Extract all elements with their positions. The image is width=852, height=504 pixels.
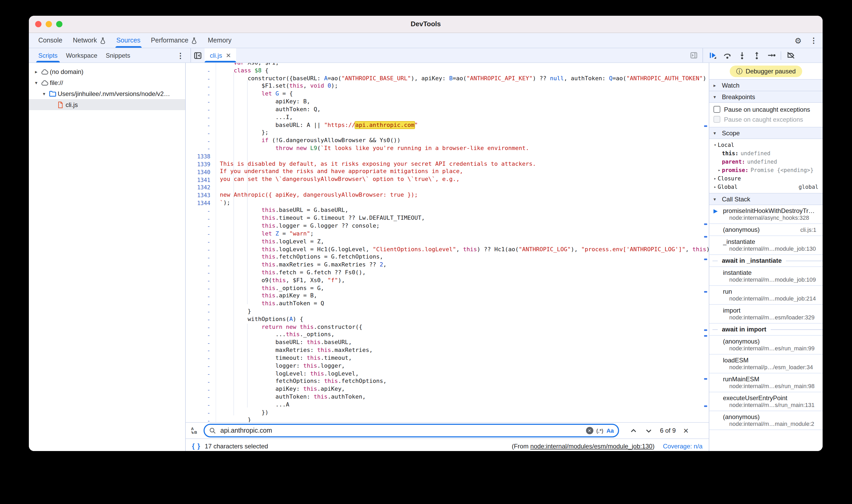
gutter-line-number[interactable]: - (186, 113, 216, 121)
gutter-line-number[interactable]: - (186, 129, 216, 137)
navigator-tab-snippets[interactable]: Snippets (102, 48, 134, 62)
gutter-line-number[interactable]: 1339 (186, 160, 216, 168)
code-line[interactable]: 1339This is disabled by default, as it r… (186, 160, 709, 168)
gutter-line-number[interactable]: - (186, 145, 216, 152)
code-line[interactable]: - baseURL: A || "https://api.anthropic.c… (186, 121, 709, 129)
resume-script-button[interactable] (706, 50, 719, 61)
code-line[interactable]: - authToken: this.authToken, (186, 393, 709, 401)
coverage-link[interactable]: Coverage: n/a (663, 443, 703, 450)
code-line[interactable]: - apiKey: B, (186, 98, 709, 106)
gutter-line-number[interactable]: - (186, 339, 216, 347)
gutter-line-number[interactable]: 1344 (186, 199, 216, 207)
code-line[interactable]: - this.maxRetries = G.maxRetries ?? 2, (186, 261, 709, 269)
code-line[interactable]: - $F1.set(this, void 0); (186, 83, 709, 90)
gutter-line-number[interactable]: - (186, 331, 216, 339)
code-line[interactable]: - authToken: Q, (186, 106, 709, 114)
search-input[interactable] (219, 426, 583, 435)
step-out-button[interactable] (750, 50, 763, 61)
gutter-line-number[interactable]: - (186, 83, 216, 90)
clear-search-icon[interactable]: ✕ (586, 427, 593, 434)
code-line[interactable]: - this.apiKey = B, (186, 292, 709, 300)
hide-navigator-icon[interactable] (191, 48, 205, 62)
scope-local[interactable]: ▾Local (709, 141, 823, 149)
gutter-line-number[interactable]: - (186, 417, 216, 422)
code-line[interactable]: - this.fetch = G.fetch ?? Fs0(), (186, 269, 709, 277)
gutter-line-number[interactable]: - (186, 67, 216, 75)
main-tab-sources[interactable]: Sources (111, 33, 146, 48)
gutter-line-number[interactable]: - (186, 370, 216, 378)
gutter-line-number[interactable]: - (186, 222, 216, 230)
gutter-line-number[interactable]: - (186, 121, 216, 129)
regex-toggle[interactable]: (.*) (596, 428, 603, 433)
section-call-stack[interactable]: ▾ Call Stack (709, 194, 823, 205)
code-line[interactable]: - ...this._options, (186, 331, 709, 339)
code-line[interactable]: - maxRetries: this.maxRetries, (186, 347, 709, 355)
gutter-line-number[interactable]: - (186, 355, 216, 362)
code-line[interactable]: - this.authToken = Q (186, 300, 709, 308)
search-match-marker[interactable] (704, 125, 707, 127)
code-line[interactable]: - return new this.constructor({ (186, 323, 709, 331)
section-scope[interactable]: ▾ Scope (709, 127, 823, 139)
gutter-line-number[interactable]: - (186, 261, 216, 269)
search-match-marker[interactable] (704, 258, 707, 260)
call-stack-frame[interactable]: (anonymous)node:internal/m…es/run_main:9… (709, 336, 823, 355)
gutter-line-number[interactable]: - (186, 308, 216, 316)
code-line[interactable]: - this._options = G, (186, 285, 709, 292)
chevron-right-icon[interactable]: ▸ (717, 167, 722, 172)
code-line[interactable]: - apiKey: this.apiKey, (186, 385, 709, 393)
code-line[interactable]: var Xs0, $F1; (186, 63, 709, 67)
next-match-icon[interactable] (645, 427, 653, 434)
gutter-line-number[interactable]: - (186, 378, 216, 386)
search-match-marker[interactable] (704, 223, 707, 225)
code-line[interactable]: - if (!G.dangerouslyAllowBrowser && Ys0(… (186, 137, 709, 145)
code-line[interactable]: - let G = { (186, 90, 709, 98)
settings-gear-icon[interactable]: ⚙ (795, 36, 802, 44)
gutter-line-number[interactable]: - (186, 207, 216, 215)
search-match-marker[interactable] (704, 291, 707, 292)
code-line[interactable]: - this.timeout = G.timeout ?? Lw.DEFAULT… (186, 215, 709, 223)
gutter-line-number[interactable]: - (186, 393, 216, 401)
gutter-line-number[interactable]: - (186, 401, 216, 409)
code-line[interactable]: - constructor({baseURL: A=ao("ANTHROPIC_… (186, 75, 709, 83)
gutter-line-number[interactable]: - (186, 316, 216, 324)
navigator-tab-workspace[interactable]: Workspace (61, 48, 102, 62)
call-stack-frame[interactable]: (anonymous)cli.js:1 (709, 224, 823, 236)
gutter-line-number[interactable]: - (186, 409, 216, 417)
tree-disclosure-icon[interactable]: ▸ (33, 69, 39, 74)
gutter-line-number[interactable]: 1343 (186, 192, 216, 199)
code-line[interactable]: 1344`); (186, 199, 709, 207)
tree-item-users-jinhuilee-nvm-versions-node-v2-[interactable]: ▾Users/jinhuilee/.nvm/versions/node/v2… (29, 88, 185, 99)
code-line[interactable]: 1338 (186, 152, 709, 161)
step-button[interactable] (765, 50, 778, 61)
tree-disclosure-icon[interactable]: ▾ (33, 80, 39, 85)
scope-closure[interactable]: ▸Closure (709, 174, 823, 182)
call-stack-frame[interactable]: _instantiatenode:internal/m…module_job:1… (709, 236, 823, 255)
code-line[interactable]: - class $8 { (186, 67, 709, 75)
call-stack-frame[interactable]: runnode:internal/m…module_job:214 (709, 286, 823, 305)
call-stack-frame[interactable]: importnode:internal/m…esm/loader:329 (709, 305, 823, 324)
code-line[interactable]: - this.logLevel = Hc1(G.logLevel, "Clien… (186, 246, 709, 254)
gutter-line-number[interactable]: 1341 (186, 176, 216, 183)
code-line[interactable]: - withOptions(A) { (186, 316, 709, 324)
gutter-line-number[interactable]: - (186, 362, 216, 370)
code-line[interactable]: - timeout: this.timeout, (186, 355, 709, 362)
gutter-line-number[interactable]: - (186, 285, 216, 292)
search-match-marker[interactable] (704, 329, 707, 331)
gutter-line-number[interactable]: - (186, 269, 216, 277)
gutter-line-number[interactable]: - (186, 90, 216, 98)
main-tab-console[interactable]: Console (33, 33, 68, 48)
tree-item--no-domain-[interactable]: ▸(no domain) (29, 66, 185, 77)
code-line[interactable]: - } (186, 308, 709, 316)
code-line[interactable]: - fetchOptions: this.fetchOptions, (186, 378, 709, 386)
match-case-toggle[interactable]: Aa (606, 428, 614, 434)
code-line[interactable]: - this.baseURL = G.baseURL, (186, 207, 709, 215)
call-stack-frame[interactable]: runMainESMnode:internal/m…es/run_main:98 (709, 373, 823, 392)
code-line[interactable]: - } (186, 417, 709, 422)
navigator-tab-scripts[interactable]: Scripts (34, 48, 61, 62)
code-line[interactable]: - let Z = "warn"; (186, 230, 709, 238)
code-line[interactable]: - logger: this.logger, (186, 362, 709, 370)
gutter-line-number[interactable]: - (186, 246, 216, 254)
gutter-line-number[interactable]: 1338 (186, 152, 216, 161)
editor-tab-clijs[interactable]: cli.js ✕ (205, 48, 236, 62)
deactivate-breakpoints-button[interactable] (784, 50, 797, 61)
